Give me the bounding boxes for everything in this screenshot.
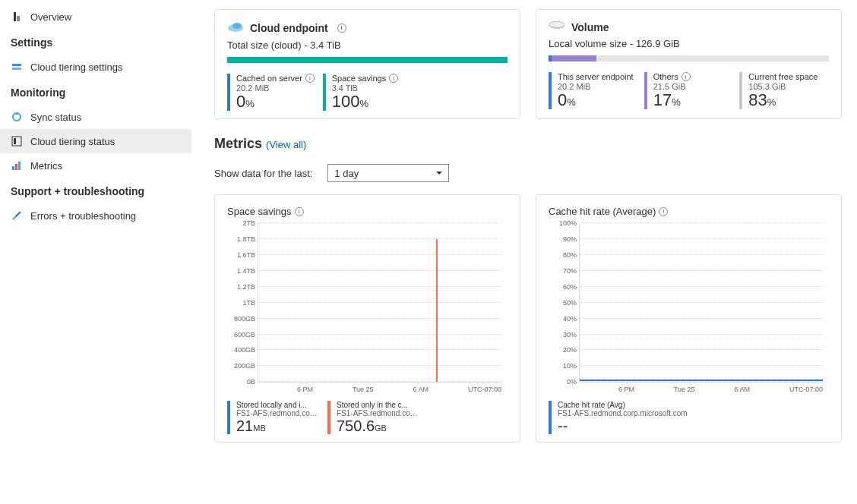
legend-value: -- [558, 417, 568, 434]
svg-rect-2 [12, 64, 21, 66]
stat-unit: % [672, 96, 681, 108]
info-icon[interactable]: i [295, 207, 304, 216]
space-savings-chart: Space savings i 0B 200GB 400GB 600GB 800… [214, 194, 520, 443]
metrics-icon [11, 159, 23, 172]
volume-card-subtitle: Local volume size - 126.9 GiB [549, 38, 829, 49]
sidebar-item-label: Metrics [30, 160, 62, 172]
chart-title: Space savings [227, 206, 292, 217]
svg-point-13 [549, 22, 564, 28]
sidebar-item-label: Sync status [30, 112, 81, 123]
stat-label: Cached on server [236, 74, 302, 83]
stat-label: Others [653, 72, 678, 81]
sidebar: Overview Settings Cloud tiering settings… [0, 0, 191, 504]
legend-sub: FS1-AFS.redmond.corp... [236, 409, 320, 417]
stat-unit: % [767, 96, 776, 108]
sidebar-item-cloud-tiering-status[interactable]: Cloud tiering status [0, 129, 191, 153]
stat-value: 83 [748, 90, 767, 109]
info-icon[interactable]: i [659, 207, 668, 216]
sidebar-item-sync-status[interactable]: Sync status [0, 105, 191, 129]
range-select-value: 1 day [334, 168, 359, 179]
cloud-card-title: Cloud endpoint [250, 22, 328, 34]
info-icon[interactable]: i [337, 24, 346, 33]
sidebar-item-label: Errors + troubleshooting [30, 210, 136, 222]
cloud-icon [227, 20, 244, 35]
svg-rect-5 [12, 137, 21, 146]
sync-icon [11, 111, 23, 123]
cloud-card-subtitle: Total size (cloud) - 3.4 TiB [227, 39, 508, 51]
legend-label: Cache hit rate (Avg) [558, 401, 641, 409]
chart-plot[interactable]: 0B 200GB 400GB 600GB 800GB 1TB 1.2TB 1.4… [258, 223, 501, 383]
stat-label: Current free space [748, 72, 817, 81]
svg-point-11 [232, 23, 242, 29]
legend-label: Stored locally and i... [236, 401, 320, 409]
stat-value: 17 [653, 90, 672, 109]
tiering-icon [11, 61, 23, 73]
range-label: Show data for the last: [214, 168, 312, 179]
chart-plot[interactable]: 0% 10% 20% 30% 40% 50% 60% 70% 80% 90% 1… [579, 223, 823, 383]
stat-unit: % [359, 98, 368, 109]
chart-line [580, 380, 823, 381]
volume-bar [549, 55, 829, 61]
legend-label: Stored only in the c... [337, 401, 420, 409]
stat-unit: % [245, 98, 255, 109]
sidebar-item-label: Cloud tiering status [30, 136, 115, 147]
svg-rect-3 [12, 68, 21, 70]
sidebar-item-cloud-tiering-settings[interactable]: Cloud tiering settings [0, 55, 191, 79]
legend-value: 21 [236, 417, 253, 434]
stat-label: This server endpoint [558, 72, 634, 81]
main-content: Cloud endpoint i Total size (cloud) - 3.… [191, 0, 857, 504]
legend-unit: MB [253, 424, 266, 433]
legend-value: 750.6 [337, 417, 375, 434]
legend-unit: GB [375, 424, 387, 433]
svg-rect-1 [17, 16, 20, 21]
svg-rect-0 [14, 12, 16, 21]
sidebar-item-label: Cloud tiering settings [30, 61, 122, 73]
sidebar-header-support: Support + troubleshooting [0, 178, 191, 203]
sidebar-header-monitoring: Monitoring [0, 79, 191, 105]
chart-spike [436, 239, 438, 382]
stat-value: 0 [558, 90, 567, 109]
server-icon [11, 11, 23, 23]
stat-sub: 20.2 MiB [236, 83, 317, 93]
svg-rect-9 [18, 162, 21, 170]
stat-value: 100 [332, 92, 360, 111]
wrench-icon [11, 209, 23, 222]
legend-sub: FS1-AFS.redmond.corp.microsoft.com [558, 409, 688, 417]
sidebar-item-label: Overview [30, 11, 71, 23]
sidebar-item-metrics[interactable]: Metrics [0, 153, 191, 178]
svg-rect-7 [12, 166, 14, 170]
info-icon[interactable]: i [681, 72, 691, 81]
svg-rect-6 [14, 138, 16, 144]
stat-sub: 20.2 MiB [558, 82, 638, 91]
chart-x-axis: 6 PMTue 256 AMUTC-07:00 [579, 383, 823, 393]
cloud-endpoint-card: Cloud endpoint i Total size (cloud) - 3.… [214, 9, 520, 119]
metrics-section-title: Metrics (View all) [214, 136, 842, 152]
status-icon [11, 135, 23, 147]
chart-x-axis: 6 PMTue 256 AMUTC-07:00 [258, 383, 501, 393]
svg-rect-8 [15, 164, 17, 170]
info-icon[interactable]: i [389, 74, 398, 83]
info-icon[interactable]: i [305, 74, 315, 83]
stat-label: Space savings [332, 74, 387, 83]
volume-card: Volume Local volume size - 126.9 GiB Thi… [536, 9, 842, 119]
legend-sub: FS1-AFS.redmond.corp... [337, 409, 420, 417]
range-select[interactable]: 1 day [327, 164, 449, 182]
sidebar-item-errors[interactable]: Errors + troubleshooting [0, 203, 191, 228]
stat-unit: % [567, 96, 576, 108]
view-all-link[interactable]: (View all) [266, 139, 306, 150]
chart-title: Cache hit rate (Average) [549, 206, 656, 217]
sidebar-header-settings: Settings [0, 29, 191, 55]
stat-value: 0 [236, 92, 245, 111]
sidebar-item-overview[interactable]: Overview [0, 5, 191, 29]
disk-icon [549, 20, 565, 33]
cloud-bar [227, 57, 508, 63]
cache-hit-rate-chart: Cache hit rate (Average) i 0% 10% 20% 30… [536, 194, 842, 443]
volume-card-title: Volume [571, 21, 609, 33]
